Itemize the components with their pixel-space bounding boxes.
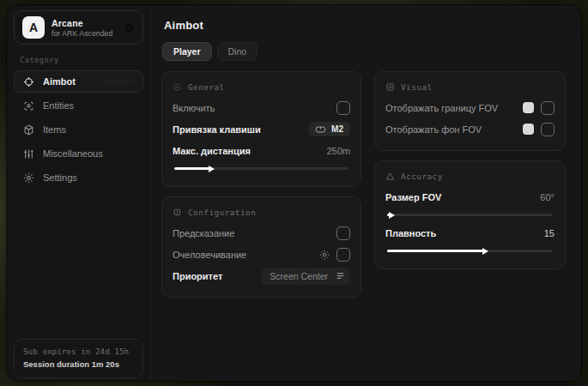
- scan-icon: [23, 100, 34, 112]
- right-column: Visual Отображать границу FOV Отображать…: [374, 71, 566, 269]
- humanize-gear-icon[interactable]: [319, 250, 330, 260]
- fov-border-color-swatch[interactable]: [523, 102, 534, 113]
- humanize-label: Очеловечивание: [173, 250, 246, 260]
- session-duration-text: Session duration 1m 20s: [23, 359, 134, 369]
- mouse-icon: [315, 125, 326, 134]
- max-distance-slider-fill: [174, 167, 209, 170]
- fov-border-row: Отображать границу FOV: [385, 97, 555, 118]
- smoothness-value: 15: [544, 228, 555, 238]
- humanize-checkbox[interactable]: [336, 248, 350, 262]
- page-title: Aimbot: [164, 19, 566, 32]
- smoothness-row: Плавность 15: [385, 222, 555, 244]
- fov-size-slider[interactable]: [387, 214, 553, 216]
- fov-size-slider-fill: [387, 214, 390, 216]
- smoothness-slider[interactable]: [387, 250, 553, 252]
- tab-player[interactable]: Player: [162, 42, 212, 61]
- configuration-panel-title: Configuration: [188, 208, 256, 217]
- list-icon: [336, 271, 345, 280]
- fov-border-controls: [523, 101, 555, 115]
- app-window: A Arcane for ARK Ascended Category: [7, 5, 581, 381]
- smoothness-slider-fill: [387, 250, 483, 252]
- visual-icon: [385, 82, 395, 92]
- accuracy-icon: [385, 172, 395, 181]
- sidebar-item-label: Settings: [43, 172, 77, 183]
- enable-row: Включить: [173, 97, 350, 118]
- fov-size-row: Размер FOV 60°: [385, 186, 555, 208]
- max-distance-label: Макс. дистанция: [173, 146, 251, 156]
- sidebar-item-label: Entities: [43, 100, 74, 111]
- humanize-row: Очеловечивание: [173, 244, 350, 265]
- general-panel-title: General: [188, 82, 225, 92]
- target-icon: [124, 22, 135, 33]
- visual-panel-title: Visual: [401, 82, 433, 92]
- keybind-label: Привязка клавиши: [173, 124, 261, 135]
- sidebar-item-entities[interactable]: Entities: [14, 94, 143, 117]
- sidebar-item-label: Miscellaneous: [43, 148, 103, 159]
- priority-row: Приоритет Screen Center: [173, 265, 350, 286]
- max-distance-row: Макс. дистанция 250m: [173, 140, 350, 161]
- visual-panel-header: Visual: [385, 82, 555, 92]
- sidebar-item-label: Aimbot: [43, 76, 76, 87]
- fov-size-value: 60°: [540, 192, 555, 202]
- brand-card: A Arcane for ARK Ascended: [14, 10, 143, 45]
- prediction-row: Предсказание: [173, 222, 350, 244]
- general-panel: General Включить Привязка клавиши: [161, 71, 361, 187]
- main-content: Aimbot Player Dino Gener: [151, 5, 581, 381]
- configuration-panel: Configuration Предсказание Очеловечивани…: [161, 196, 361, 298]
- fov-size-label: Размер FOV: [385, 192, 441, 202]
- keybind-value: M2: [331, 124, 343, 134]
- sidebar-item-miscellaneous[interactable]: Miscellaneous: [14, 142, 143, 165]
- max-distance-slider[interactable]: [174, 167, 349, 170]
- configuration-panel-header: Configuration: [173, 208, 350, 217]
- tab-bar: Player Dino: [162, 42, 566, 61]
- sliders-icon: [23, 148, 34, 160]
- brand-logo: A: [22, 16, 45, 39]
- general-panel-header: General: [173, 82, 350, 92]
- fov-bg-checkbox[interactable]: [541, 123, 555, 136]
- aimbot-ghost-watermark: Aimbot: [103, 76, 136, 87]
- tab-dino[interactable]: Dino: [217, 42, 258, 61]
- humanize-controls: [319, 248, 350, 262]
- accuracy-panel: Accuracy Размер FOV 60° Плавность 15: [374, 160, 566, 269]
- sidebar-item-items[interactable]: Items: [14, 118, 143, 141]
- max-distance-value: 250m: [326, 146, 350, 156]
- sidebar-item-settings[interactable]: Settings: [14, 166, 143, 189]
- fov-border-checkbox[interactable]: [541, 101, 555, 115]
- brand-text: Arcane for ARK Ascended: [52, 18, 112, 38]
- priority-dropdown-value: Screen Center: [270, 271, 328, 281]
- sub-expiry-text: Sub expires in 24d 15h: [23, 347, 134, 356]
- accuracy-panel-header: Accuracy: [385, 172, 555, 181]
- accuracy-panel-title: Accuracy: [401, 172, 443, 181]
- session-card: Sub expires in 24d 15h Session duration …: [14, 339, 143, 378]
- gear-icon: [23, 172, 34, 184]
- left-column: General Включить Привязка клавиши: [161, 71, 361, 298]
- priority-label: Приоритет: [173, 271, 222, 281]
- brand-name: Arcane: [52, 18, 112, 28]
- enable-checkbox[interactable]: [336, 101, 350, 115]
- fov-bg-label: Отображать фон FOV: [385, 124, 482, 135]
- configuration-icon: [173, 208, 182, 217]
- smoothness-label: Плавность: [385, 228, 436, 238]
- prediction-label: Предсказание: [173, 228, 234, 238]
- sidebar-nav: Aimbot Aimbot Entities: [14, 70, 143, 189]
- sidebar-item-label: Items: [43, 124, 66, 135]
- crosshair-icon: [23, 76, 34, 87]
- general-icon: [173, 82, 182, 92]
- fov-border-label: Отображать границу FOV: [385, 103, 498, 113]
- brand-subtitle: for ARK Ascended: [52, 29, 112, 38]
- visual-panel: Visual Отображать границу FOV Отображать…: [374, 71, 566, 151]
- priority-dropdown[interactable]: Screen Center: [262, 268, 350, 285]
- fov-bg-color-swatch[interactable]: [523, 124, 534, 135]
- keybind-button[interactable]: M2: [308, 122, 350, 136]
- sidebar-item-aimbot[interactable]: Aimbot Aimbot: [14, 70, 143, 93]
- sidebar: A Arcane for ARK Ascended Category: [7, 5, 151, 381]
- prediction-checkbox[interactable]: [336, 226, 350, 240]
- enable-label: Включить: [173, 103, 215, 113]
- cube-icon: [23, 124, 34, 136]
- fov-bg-row: Отображать фон FOV: [385, 118, 555, 140]
- fov-bg-controls: [523, 123, 555, 136]
- category-label: Category: [20, 56, 137, 64]
- keybind-row: Привязка клавиши M2: [173, 118, 350, 140]
- panel-grid: General Включить Привязка клавиши: [161, 71, 566, 298]
